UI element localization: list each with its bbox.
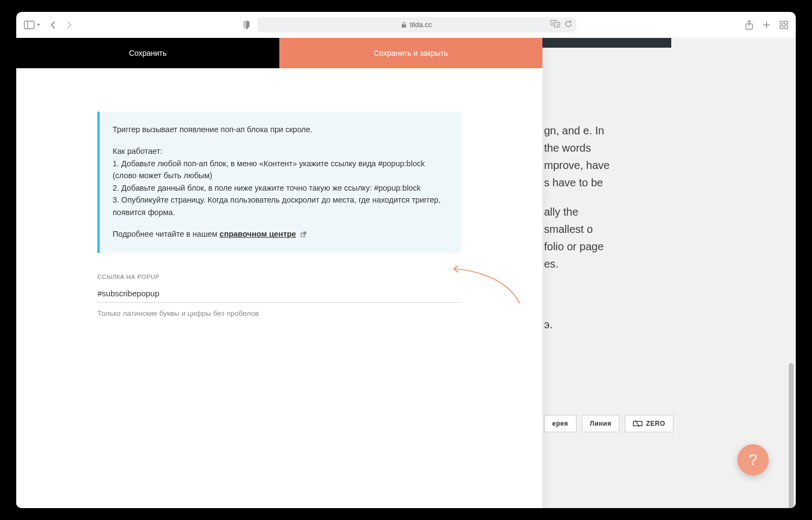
block-button-gallery[interactable]: ерея xyxy=(544,415,577,432)
external-link-icon xyxy=(300,229,306,240)
svg-text:A: A xyxy=(552,21,554,24)
zero-icon xyxy=(633,420,643,427)
info-step: 3. Опубликуйте страницу. Когда пользоват… xyxy=(113,194,446,218)
new-tab-icon[interactable] xyxy=(762,21,771,29)
save-button[interactable]: Сохранить xyxy=(16,38,279,68)
background-article-text: gn, and e. In the words mprove, have s h… xyxy=(544,122,612,345)
info-more: Подробнее читайте в нашем справочном цен… xyxy=(113,228,446,240)
bg-paragraph: э. xyxy=(544,316,612,333)
info-step: 2. Добавьте данный блок, в поле ниже ука… xyxy=(113,182,446,194)
scrollbar-thumb[interactable] xyxy=(789,363,794,508)
browser-toolbar: tilda.cc A文 xyxy=(16,12,796,38)
block-library-buttons: ерея Линия ZERO xyxy=(544,415,673,432)
svg-rect-9 xyxy=(785,21,788,24)
svg-rect-10 xyxy=(780,25,783,29)
block-button-zero[interactable]: ZERO xyxy=(625,415,673,432)
help-center-link[interactable]: справочном центре xyxy=(220,230,296,238)
reload-icon[interactable] xyxy=(565,20,572,29)
svg-text:文: 文 xyxy=(556,23,559,27)
block-button-line[interactable]: Линия xyxy=(582,415,620,432)
popup-link-hint: Только латинские буквы и цифры без пробе… xyxy=(97,309,461,317)
browser-window: tilda.cc A文 xyxy=(16,12,796,508)
panel-tabs: Сохранить Сохранить и закрыть xyxy=(16,38,542,68)
help-icon: ? xyxy=(749,451,757,469)
info-how-label: Как работает: xyxy=(113,145,446,157)
tab-overview-icon[interactable] xyxy=(780,21,788,29)
svg-rect-11 xyxy=(785,25,788,29)
popup-link-label: ССЫЛКА НА POPUP xyxy=(97,274,461,280)
save-and-close-button[interactable]: Сохранить и закрыть xyxy=(279,38,542,68)
svg-rect-0 xyxy=(24,21,34,29)
settings-panel: Сохранить Сохранить и закрыть Триггер вы… xyxy=(16,38,542,508)
background-image-strip xyxy=(541,38,671,48)
svg-rect-2 xyxy=(402,24,406,28)
bg-paragraph: ally the smallest o folio or page es. xyxy=(544,203,612,272)
scrollbar[interactable] xyxy=(787,65,795,505)
sidebar-toggle-icon[interactable] xyxy=(24,21,41,29)
popup-link-input[interactable] xyxy=(97,285,461,303)
privacy-shield-icon[interactable] xyxy=(242,20,251,30)
translate-icon[interactable]: A文 xyxy=(551,20,560,29)
help-button[interactable]: ? xyxy=(737,444,769,476)
lock-icon xyxy=(401,22,407,28)
forward-button xyxy=(66,21,73,29)
info-box: Триггер вызывает появление поп-ап блока … xyxy=(97,112,461,253)
page-content: gn, and e. In the words mprove, have s h… xyxy=(16,38,796,508)
info-step: 1. Добавьте любой поп-ап блок, в меню «К… xyxy=(113,158,446,182)
url-host: tilda.cc xyxy=(410,21,431,29)
bg-paragraph: gn, and e. In the words mprove, have s h… xyxy=(544,122,612,191)
back-button[interactable] xyxy=(49,21,57,29)
svg-rect-8 xyxy=(780,21,783,24)
info-intro: Триггер вызывает появление поп-ап блока … xyxy=(113,123,446,135)
address-bar[interactable]: tilda.cc A文 xyxy=(257,17,577,32)
share-icon[interactable] xyxy=(745,20,754,30)
